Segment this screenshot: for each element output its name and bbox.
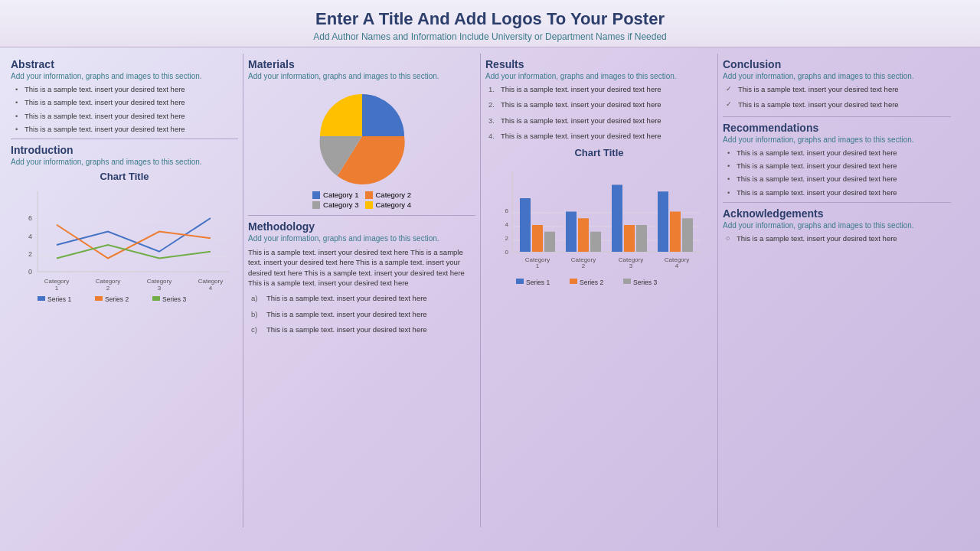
acknowledgements-list: This is a sample text. insert your desir…	[723, 234, 951, 243]
pie-chart-container: Category 1 Category 2 Category 3 Categor…	[248, 86, 475, 209]
svg-rect-42	[570, 279, 577, 284]
bar-cat1-s1	[520, 198, 531, 252]
legend-color-2	[365, 191, 373, 199]
pie-chart-svg	[309, 86, 416, 186]
divider-4	[723, 202, 951, 203]
pie-slice-4	[320, 94, 362, 136]
check-item-2: This is a sample text. insert your desir…	[726, 100, 951, 109]
rec-item-1: This is a sample text. insert your desir…	[726, 148, 951, 158]
svg-text:1: 1	[55, 285, 59, 292]
rec-item-3: This is a sample text. insert your desir…	[726, 174, 951, 184]
divider-2	[248, 215, 475, 216]
svg-text:2: 2	[505, 235, 509, 242]
svg-text:2: 2	[28, 250, 32, 258]
header: Enter A Title And Add Logos To Your Post…	[0, 0, 980, 47]
alpha-text-c: This is a sample text. insert your desir…	[266, 325, 427, 334]
num-3: 3.	[488, 116, 495, 126]
num-1: 1.	[488, 85, 495, 94]
numbered-item-2: 2. This is a sample text. insert your de…	[488, 100, 713, 109]
methodology-title: Methodology	[248, 220, 475, 233]
numbered-item-3: 3. This is a sample text. insert your de…	[488, 116, 713, 126]
materials-subtitle: Add your information, graphs and images …	[248, 72, 475, 80]
results-list: 1. This is a sample text. insert your de…	[485, 85, 713, 141]
poster-subtitle: Add Author Names and Information Include…	[15, 31, 965, 42]
svg-text:Series 2: Series 2	[105, 295, 129, 302]
methodology-alpha-list: a) This is a sample text. insert your de…	[248, 294, 475, 334]
line-chart-container: Chart Title 0 2 4 6	[11, 171, 238, 304]
svg-text:4: 4	[209, 285, 213, 292]
bar-cat3-s3	[636, 225, 647, 252]
alpha-key-c: c)	[251, 325, 257, 334]
recommendations-subtitle: Add your information, graphs and images …	[723, 135, 951, 144]
bar-cat1-s2	[532, 225, 543, 252]
svg-text:6: 6	[28, 214, 32, 222]
bar-chart-svg: 0 2 4 6	[485, 160, 707, 294]
result-text-3: This is a sample text. insert your desir…	[501, 116, 662, 125]
bar-cat1-s3	[544, 232, 555, 252]
recommendations-list: This is a sample text. insert your desir…	[723, 148, 951, 197]
pie-legend: Category 1 Category 2 Category 3 Categor…	[312, 191, 411, 209]
results-subtitle: Add your information, graphs and images …	[485, 72, 713, 80]
num-4: 4.	[488, 132, 495, 141]
abstract-list: This is a sample text. insert your desir…	[11, 85, 238, 134]
abstract-title: Abstract	[11, 58, 238, 70]
list-item: This is a sample text. insert your desir…	[14, 112, 238, 121]
alpha-key-a: a)	[251, 294, 257, 303]
numbered-item-1: 1. This is a sample text. insert your de…	[488, 85, 713, 94]
methodology-subtitle: Add your information, graphs and images …	[248, 234, 475, 243]
recommendations-title: Recommendations	[723, 122, 951, 134]
acknowledgements-subtitle: Add your information, graphs and images …	[723, 221, 951, 230]
legend-label-4: Category 4	[376, 201, 411, 209]
divider-3	[723, 116, 951, 117]
svg-rect-21	[152, 296, 160, 301]
alpha-text-a: This is a sample text. insert your desir…	[266, 294, 427, 302]
acknowledgements-section: Acknowledgements Add your information, g…	[723, 207, 951, 243]
pie-slice-1	[362, 94, 404, 136]
conclusion-list: This is a sample text. insert your desir…	[723, 85, 951, 110]
svg-text:Series 1: Series 1	[526, 279, 550, 286]
svg-text:3: 3	[158, 285, 162, 292]
bar-cat3-s2	[624, 225, 635, 252]
legend-item-2: Category 2	[365, 191, 411, 199]
bar-chart-container: Chart Title 0 2 4 6	[485, 147, 713, 295]
bar-cat2-s1	[566, 212, 577, 253]
alpha-item-a: a) This is a sample text. insert your de…	[251, 294, 475, 303]
svg-rect-44	[623, 279, 631, 284]
svg-rect-19	[95, 296, 103, 301]
svg-text:6: 6	[505, 207, 509, 214]
result-text-1: This is a sample text. insert your desir…	[501, 85, 662, 93]
svg-text:2: 2	[582, 262, 586, 269]
bar-cat3-s1	[612, 185, 622, 253]
legend-item-3: Category 3	[312, 201, 358, 209]
bar-cat4-s1	[658, 192, 668, 253]
results-section: Results Add your information, graphs and…	[485, 58, 713, 295]
svg-text:Category: Category	[147, 278, 172, 285]
alpha-item-b: b) This is a sample text. insert your de…	[251, 310, 475, 319]
svg-rect-40	[516, 279, 524, 284]
legend-color-4	[365, 201, 373, 209]
abstract-subtitle: Add your information, graphs and images …	[11, 72, 238, 80]
num-2: 2.	[488, 100, 495, 109]
poster-title: Enter A Title And Add Logos To Your Post…	[15, 9, 965, 29]
result-text-4: This is a sample text. insert your desir…	[501, 132, 662, 140]
svg-text:Series 3: Series 3	[633, 279, 657, 286]
materials-title: Materials	[248, 58, 475, 70]
list-item: This is a sample text. insert your desir…	[14, 125, 238, 134]
svg-rect-17	[38, 296, 45, 301]
legend-item-1: Category 1	[312, 191, 358, 199]
svg-text:3: 3	[629, 262, 633, 269]
svg-text:4: 4	[505, 221, 509, 228]
svg-text:Category: Category	[44, 278, 69, 285]
legend-color-3	[312, 201, 320, 209]
bar-cat2-s3	[590, 232, 601, 252]
result-text-2: This is a sample text. insert your desir…	[501, 100, 662, 109]
column-3: Results Add your information, graphs and…	[481, 54, 718, 527]
svg-text:1: 1	[536, 262, 540, 269]
legend-label-2: Category 2	[376, 191, 411, 199]
introduction-title: Introduction	[11, 144, 238, 156]
svg-text:Series 2: Series 2	[580, 279, 603, 286]
line-chart-title: Chart Title	[11, 171, 238, 182]
rec-item-2: This is a sample text. insert your desir…	[726, 161, 951, 171]
methodology-section: Methodology Add your information, graphs…	[248, 220, 475, 334]
acknowledgements-title: Acknowledgements	[723, 207, 951, 220]
